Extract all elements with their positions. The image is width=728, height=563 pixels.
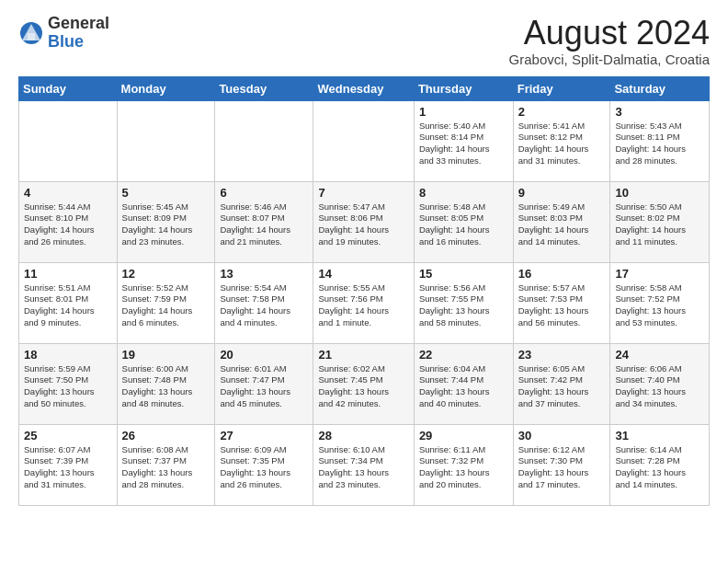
day-number: 11: [24, 267, 112, 281]
day-number: 4: [24, 186, 112, 200]
month-title: August 2024: [509, 15, 710, 52]
header-tuesday: Tuesday: [215, 76, 313, 100]
calendar-cell: 31Sunrise: 6:14 AM Sunset: 7:28 PM Dayli…: [610, 424, 710, 505]
calendar-cell: 4Sunrise: 5:44 AM Sunset: 8:10 PM Daylig…: [19, 181, 118, 262]
day-info: Sunrise: 5:59 AM Sunset: 7:50 PM Dayligh…: [24, 363, 112, 410]
calendar-cell: 5Sunrise: 5:45 AM Sunset: 8:09 PM Daylig…: [117, 181, 215, 262]
day-number: 25: [24, 429, 112, 442]
calendar-cell: [117, 100, 215, 181]
calendar-cell: 6Sunrise: 5:46 AM Sunset: 8:07 PM Daylig…: [215, 181, 313, 262]
day-info: Sunrise: 6:09 AM Sunset: 7:35 PM Dayligh…: [220, 444, 308, 491]
calendar-cell: 15Sunrise: 5:56 AM Sunset: 7:55 PM Dayli…: [414, 262, 513, 343]
calendar-cell: 13Sunrise: 5:54 AM Sunset: 7:58 PM Dayli…: [215, 262, 313, 343]
day-info: Sunrise: 6:12 AM Sunset: 7:30 PM Dayligh…: [518, 444, 606, 491]
calendar-cell: 16Sunrise: 5:57 AM Sunset: 7:53 PM Dayli…: [513, 262, 610, 343]
calendar-cell: 29Sunrise: 6:11 AM Sunset: 7:32 PM Dayli…: [414, 424, 513, 505]
calendar-cell: 22Sunrise: 6:04 AM Sunset: 7:44 PM Dayli…: [414, 343, 513, 424]
day-number: 7: [318, 186, 408, 200]
calendar-cell: 30Sunrise: 6:12 AM Sunset: 7:30 PM Dayli…: [513, 424, 610, 505]
calendar-cell: 17Sunrise: 5:58 AM Sunset: 7:52 PM Dayli…: [610, 262, 710, 343]
day-info: Sunrise: 5:48 AM Sunset: 8:05 PM Dayligh…: [419, 201, 508, 248]
header-monday: Monday: [117, 76, 215, 100]
calendar-cell: 23Sunrise: 6:05 AM Sunset: 7:42 PM Dayli…: [513, 343, 610, 424]
day-number: 30: [518, 429, 606, 442]
day-number: 2: [518, 105, 606, 119]
day-info: Sunrise: 6:02 AM Sunset: 7:45 PM Dayligh…: [318, 363, 408, 410]
calendar-cell: 21Sunrise: 6:02 AM Sunset: 7:45 PM Dayli…: [313, 343, 414, 424]
header-sunday: Sunday: [19, 76, 118, 100]
logo-icon: [18, 20, 44, 46]
calendar-cell: 12Sunrise: 5:52 AM Sunset: 7:59 PM Dayli…: [117, 262, 215, 343]
calendar-cell: 14Sunrise: 5:55 AM Sunset: 7:56 PM Dayli…: [313, 262, 414, 343]
day-number: 28: [318, 429, 408, 442]
day-number: 16: [518, 267, 606, 281]
day-number: 27: [220, 429, 308, 442]
day-info: Sunrise: 5:45 AM Sunset: 8:09 PM Dayligh…: [122, 201, 210, 248]
day-info: Sunrise: 6:00 AM Sunset: 7:48 PM Dayligh…: [122, 363, 210, 410]
day-number: 14: [318, 267, 408, 281]
calendar-body: 1Sunrise: 5:40 AM Sunset: 8:14 PM Daylig…: [19, 100, 710, 505]
day-info: Sunrise: 6:04 AM Sunset: 7:44 PM Dayligh…: [419, 363, 508, 410]
day-number: 8: [419, 186, 508, 200]
day-info: Sunrise: 6:06 AM Sunset: 7:40 PM Dayligh…: [615, 363, 704, 410]
day-info: Sunrise: 6:10 AM Sunset: 7:34 PM Dayligh…: [318, 444, 408, 491]
calendar-header: Sunday Monday Tuesday Wednesday Thursday…: [19, 76, 710, 100]
header-wednesday: Wednesday: [313, 76, 414, 100]
calendar-cell: 11Sunrise: 5:51 AM Sunset: 8:01 PM Dayli…: [19, 262, 118, 343]
day-number: 31: [615, 429, 704, 442]
calendar-week-4: 25Sunrise: 6:07 AM Sunset: 7:39 PM Dayli…: [19, 424, 710, 505]
day-info: Sunrise: 6:14 AM Sunset: 7:28 PM Dayligh…: [615, 444, 704, 491]
day-info: Sunrise: 6:07 AM Sunset: 7:39 PM Dayligh…: [24, 444, 112, 491]
day-info: Sunrise: 5:40 AM Sunset: 8:14 PM Dayligh…: [419, 121, 508, 167]
day-info: Sunrise: 5:55 AM Sunset: 7:56 PM Dayligh…: [318, 282, 408, 329]
day-number: 5: [122, 186, 210, 200]
day-number: 29: [419, 429, 508, 442]
day-info: Sunrise: 5:54 AM Sunset: 7:58 PM Dayligh…: [220, 282, 308, 329]
day-info: Sunrise: 6:08 AM Sunset: 7:37 PM Dayligh…: [122, 444, 210, 491]
day-number: 12: [122, 267, 210, 281]
header-saturday: Saturday: [610, 76, 710, 100]
calendar-cell: 27Sunrise: 6:09 AM Sunset: 7:35 PM Dayli…: [215, 424, 313, 505]
day-info: Sunrise: 5:46 AM Sunset: 8:07 PM Dayligh…: [220, 201, 308, 248]
day-number: 3: [615, 105, 704, 119]
logo-text: General Blue: [48, 15, 109, 52]
calendar-week-1: 4Sunrise: 5:44 AM Sunset: 8:10 PM Daylig…: [19, 181, 710, 262]
calendar-cell: [215, 100, 313, 181]
day-info: Sunrise: 6:05 AM Sunset: 7:42 PM Dayligh…: [518, 363, 606, 410]
calendar-cell: 20Sunrise: 6:01 AM Sunset: 7:47 PM Dayli…: [215, 343, 313, 424]
calendar-table: Sunday Monday Tuesday Wednesday Thursday…: [18, 76, 710, 506]
calendar-cell: 7Sunrise: 5:47 AM Sunset: 8:06 PM Daylig…: [313, 181, 414, 262]
day-number: 26: [122, 429, 210, 442]
day-number: 18: [24, 348, 112, 362]
calendar-week-3: 18Sunrise: 5:59 AM Sunset: 7:50 PM Dayli…: [19, 343, 710, 424]
calendar-cell: 28Sunrise: 6:10 AM Sunset: 7:34 PM Dayli…: [313, 424, 414, 505]
day-number: 6: [220, 186, 308, 200]
page-header: General Blue August 2024 Grabovci, Split…: [18, 15, 710, 67]
day-info: Sunrise: 5:51 AM Sunset: 8:01 PM Dayligh…: [24, 282, 112, 329]
location: Grabovci, Split-Dalmatia, Croatia: [509, 52, 710, 67]
calendar-cell: 10Sunrise: 5:50 AM Sunset: 8:02 PM Dayli…: [610, 181, 710, 262]
day-info: Sunrise: 5:52 AM Sunset: 7:59 PM Dayligh…: [122, 282, 210, 329]
calendar-cell: 26Sunrise: 6:08 AM Sunset: 7:37 PM Dayli…: [117, 424, 215, 505]
logo-general: General: [48, 15, 109, 33]
day-info: Sunrise: 5:47 AM Sunset: 8:06 PM Dayligh…: [318, 201, 408, 248]
day-info: Sunrise: 5:57 AM Sunset: 7:53 PM Dayligh…: [518, 282, 606, 329]
day-number: 1: [419, 105, 508, 119]
day-number: 9: [518, 186, 606, 200]
calendar-cell: 24Sunrise: 6:06 AM Sunset: 7:40 PM Dayli…: [610, 343, 710, 424]
day-info: Sunrise: 5:41 AM Sunset: 8:12 PM Dayligh…: [518, 121, 606, 167]
day-info: Sunrise: 6:01 AM Sunset: 7:47 PM Dayligh…: [220, 363, 308, 410]
day-info: Sunrise: 5:50 AM Sunset: 8:02 PM Dayligh…: [615, 201, 704, 248]
day-number: 22: [419, 348, 508, 362]
calendar-week-0: 1Sunrise: 5:40 AM Sunset: 8:14 PM Daylig…: [19, 100, 710, 181]
day-info: Sunrise: 6:11 AM Sunset: 7:32 PM Dayligh…: [419, 444, 508, 491]
day-number: 10: [615, 186, 704, 200]
svg-rect-2: [28, 33, 35, 40]
calendar-cell: 2Sunrise: 5:41 AM Sunset: 8:12 PM Daylig…: [513, 100, 610, 181]
calendar-cell: 9Sunrise: 5:49 AM Sunset: 8:03 PM Daylig…: [513, 181, 610, 262]
header-friday: Friday: [513, 76, 610, 100]
day-number: 21: [318, 348, 408, 362]
calendar-week-2: 11Sunrise: 5:51 AM Sunset: 8:01 PM Dayli…: [19, 262, 710, 343]
calendar-cell: [19, 100, 118, 181]
calendar-cell: 1Sunrise: 5:40 AM Sunset: 8:14 PM Daylig…: [414, 100, 513, 181]
